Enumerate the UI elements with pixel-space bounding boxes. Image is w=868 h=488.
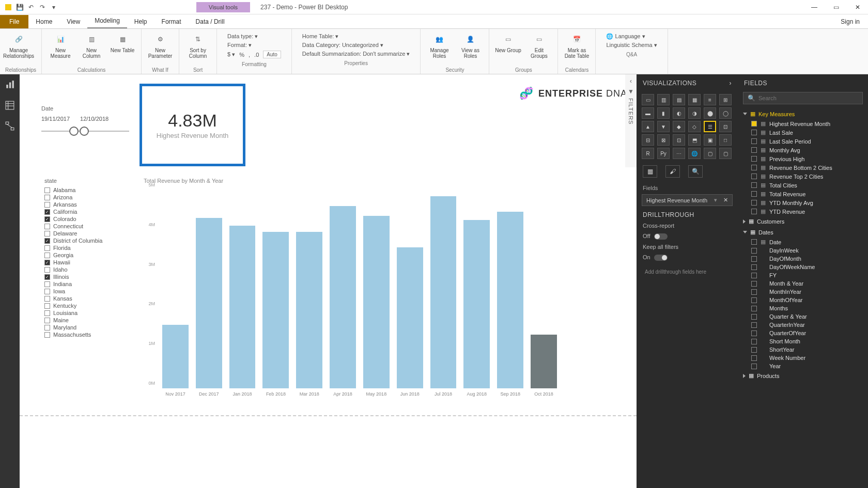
expand-icon[interactable] <box>743 219 746 224</box>
summarization-dropdown[interactable]: Default Summarization: Don't summarize ▾ <box>302 51 410 57</box>
state-item[interactable]: Maryland <box>44 324 127 330</box>
file-menu[interactable]: File <box>0 15 28 28</box>
field-checkbox[interactable] <box>751 130 757 135</box>
menu-tab-view[interactable]: View <box>59 15 87 28</box>
field-checkbox[interactable] <box>751 147 757 153</box>
edit-groups-button[interactable]: ▭Edit Groups <box>525 31 552 66</box>
viz-type-icon[interactable]: ⬤ <box>704 107 716 119</box>
field-item[interactable]: DayOfWeekName <box>738 263 868 271</box>
table-header[interactable]: ▦Key Measures <box>738 108 868 119</box>
search-input[interactable] <box>758 95 858 101</box>
state-item[interactable]: ✓Illinois <box>44 274 127 280</box>
new-measure-button[interactable]: 📊New Measure <box>47 31 74 66</box>
table-header[interactable]: ▦Products <box>738 370 868 381</box>
field-checkbox[interactable] <box>751 191 757 197</box>
language-dropdown[interactable]: 🌐 Language ▾ <box>606 33 657 40</box>
linguistic-schema-dropdown[interactable]: Linguistic Schema ▾ <box>606 42 657 49</box>
field-item[interactable]: ▦YTD Revenue <box>738 207 868 216</box>
checkbox-icon[interactable] <box>44 281 50 287</box>
mark-as-date-table-button[interactable]: 📅Mark as Date Table <box>563 31 590 66</box>
expand-icon[interactable] <box>743 231 747 233</box>
expand-icon[interactable] <box>743 113 747 115</box>
checkbox-icon[interactable] <box>44 310 50 316</box>
field-item[interactable]: QuarterInYear <box>738 321 868 329</box>
state-item[interactable]: ✓District of Columbia <box>44 238 127 244</box>
field-item[interactable]: ▦YTD Monthly Avg <box>738 198 868 207</box>
state-item[interactable]: ✓Colorado <box>44 216 127 222</box>
viz-type-icon[interactable]: ▼ <box>657 121 670 132</box>
model-view-icon[interactable] <box>0 116 20 136</box>
date-slicer[interactable]: Date 19/11/2017 12/10/2018 <box>41 105 129 137</box>
field-item[interactable]: ▦Highest Revenue Month <box>738 119 868 128</box>
drillthrough-drop-zone[interactable]: Add drillthrough fields here <box>642 266 733 278</box>
viz-type-icon[interactable]: ▢ <box>704 148 716 159</box>
state-item[interactable]: Georgia <box>44 252 127 258</box>
viz-type-icon[interactable]: ▲ <box>642 121 654 132</box>
field-checkbox[interactable] <box>751 256 757 262</box>
fields-tab-icon[interactable]: ▦ <box>643 165 657 178</box>
field-item[interactable]: Quarter & Year <box>738 312 868 321</box>
state-item[interactable]: Connecticut <box>44 223 127 229</box>
state-item[interactable]: Indiana <box>44 281 127 287</box>
viz-type-icon[interactable]: ⊡ <box>673 134 685 146</box>
field-checkbox[interactable] <box>751 322 757 328</box>
keep-filters-toggle[interactable] <box>654 255 668 261</box>
checkbox-icon[interactable] <box>44 231 50 237</box>
filters-pane-collapsed[interactable]: ‹ ▼ FILTERS <box>625 74 637 167</box>
percent-button[interactable]: % <box>239 52 244 58</box>
checkbox-icon[interactable]: ✓ <box>44 238 50 244</box>
bar[interactable] <box>196 218 222 388</box>
state-item[interactable]: Delaware <box>44 230 127 237</box>
save-icon[interactable]: 💾 <box>16 3 24 11</box>
field-checkbox[interactable] <box>751 364 757 369</box>
field-item[interactable]: ▦Last Sale <box>738 128 868 137</box>
new-parameter-button[interactable]: ⚙New Parameter <box>147 31 174 66</box>
field-item[interactable]: ▦Total Revenue <box>738 190 868 198</box>
field-item[interactable]: DayInWeek <box>738 246 868 255</box>
viz-type-icon[interactable]: ▢ <box>719 148 732 159</box>
field-checkbox[interactable] <box>751 138 757 144</box>
state-item[interactable]: Arizona <box>44 194 127 200</box>
new-column-button[interactable]: ▥New Column <box>78 31 105 66</box>
table-header[interactable]: ▦Dates <box>738 227 868 238</box>
expand-icon[interactable] <box>743 374 746 378</box>
field-checkbox[interactable] <box>751 239 757 245</box>
checkbox-icon[interactable] <box>44 332 50 338</box>
checkbox-icon[interactable] <box>44 289 50 294</box>
field-checkbox[interactable] <box>751 339 757 344</box>
viz-type-icon[interactable]: 🌐 <box>688 148 701 159</box>
viz-type-icon[interactable]: ◆ <box>673 121 685 132</box>
state-item[interactable]: Kansas <box>44 295 127 302</box>
viz-type-icon[interactable]: ▮ <box>657 107 670 119</box>
bar[interactable] <box>531 335 557 388</box>
redo-icon[interactable]: ↷ <box>38 3 47 11</box>
field-checkbox[interactable] <box>751 182 757 188</box>
field-checkbox[interactable] <box>751 156 757 162</box>
state-item[interactable]: Iowa <box>44 288 127 294</box>
viz-type-icon[interactable]: ⬒ <box>688 134 701 146</box>
bar[interactable] <box>497 212 523 388</box>
state-item[interactable]: Alabama <box>44 187 127 193</box>
chevron-right-icon[interactable]: › <box>730 80 732 87</box>
field-item[interactable]: DayOfMonth <box>738 255 868 263</box>
menu-tab-data---drill[interactable]: Data / Drill <box>189 15 232 28</box>
card-visual[interactable]: 4.83M Highest Revenue Month <box>140 84 245 166</box>
comma-button[interactable]: , <box>249 52 250 58</box>
state-item[interactable]: Florida <box>44 245 127 251</box>
bar[interactable] <box>229 226 256 388</box>
field-item[interactable]: FY <box>738 271 868 279</box>
viz-type-icon[interactable]: ⊟ <box>642 134 654 146</box>
checkbox-icon[interactable] <box>44 224 50 229</box>
checkbox-icon[interactable] <box>44 187 50 193</box>
maximize-button[interactable]: ▭ <box>826 0 846 14</box>
bar[interactable] <box>330 206 356 388</box>
slider-handle-start[interactable] <box>69 127 79 136</box>
new-table-button[interactable]: ▦New Table <box>109 31 136 66</box>
date-start[interactable]: 19/11/2017 <box>41 116 70 122</box>
close-button[interactable]: ✕ <box>847 0 868 14</box>
report-canvas[interactable]: Date 19/11/2017 12/10/2018 4.83M Highest… <box>20 74 637 488</box>
viz-type-icon[interactable]: ▣ <box>704 134 716 146</box>
field-checkbox[interactable] <box>751 273 757 278</box>
viz-type-icon[interactable]: R <box>642 148 654 159</box>
checkbox-icon[interactable] <box>44 325 50 330</box>
